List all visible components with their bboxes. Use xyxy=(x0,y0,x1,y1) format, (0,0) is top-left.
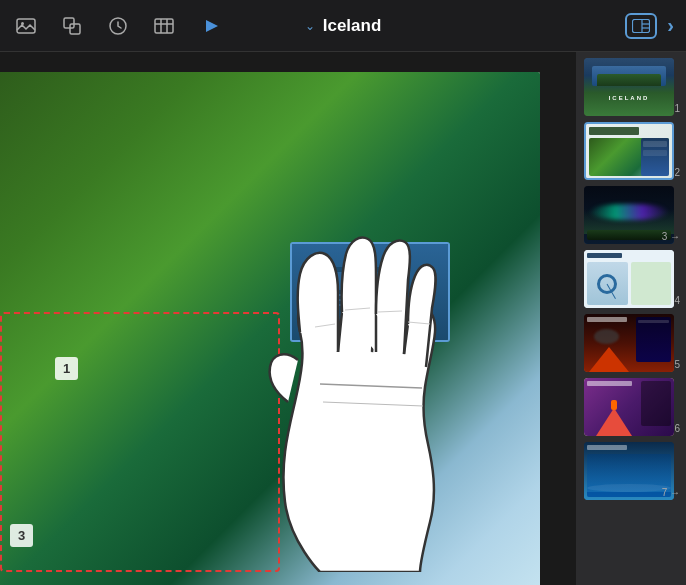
toolbar: ⌄ Iceland › xyxy=(0,0,686,52)
media-icon[interactable] xyxy=(12,12,40,40)
slide-number-3: 3 → xyxy=(662,231,680,242)
main-slide-canvas: 1 3 xyxy=(0,52,576,585)
slide-thumbnail-3[interactable]: 3 → xyxy=(584,186,678,244)
table-icon[interactable] xyxy=(150,12,178,40)
play-icon[interactable] xyxy=(196,12,224,40)
slide-number-5: 5 xyxy=(674,359,680,370)
slide-thumb-preview-4 xyxy=(584,250,674,308)
view-toggle-button[interactable] xyxy=(625,13,657,39)
toolbar-center: ⌄ Iceland xyxy=(305,16,382,36)
slide-thumb-preview-1: ICELAND xyxy=(584,58,674,116)
next-arrow-icon[interactable]: › xyxy=(667,14,674,37)
svg-rect-0 xyxy=(17,19,35,33)
dropdown-arrow-icon[interactable]: ⌄ xyxy=(305,19,315,33)
slide-thumbnail-panel: ICELAND 1 2 3 → xyxy=(576,52,686,585)
slide-canvas: 1 3 xyxy=(0,52,576,585)
svg-rect-9 xyxy=(633,19,650,32)
slide-thumbnail-5[interactable]: 5 xyxy=(584,314,678,372)
history-icon[interactable] xyxy=(104,12,132,40)
slide-thumbnail-2[interactable]: 2 xyxy=(584,122,678,180)
map-label-1: 1 xyxy=(55,357,78,380)
svg-rect-2 xyxy=(64,18,74,28)
slide-thumbnail-4[interactable]: 4 xyxy=(584,250,678,308)
slide-number-4: 4 xyxy=(674,295,680,306)
toolbar-right: › xyxy=(625,13,674,39)
slide-thumbnail-1[interactable]: ICELAND 1 xyxy=(584,58,678,116)
presentation-title: Iceland xyxy=(323,16,382,36)
slide-number-6: 6 xyxy=(674,423,680,434)
hand-gesture-overlay xyxy=(180,192,560,572)
slide-thumb-preview-7 xyxy=(584,442,674,500)
layers-icon[interactable] xyxy=(58,12,86,40)
svg-rect-5 xyxy=(155,19,173,33)
slide-number-1: 1 xyxy=(674,103,680,114)
map-label-3: 3 xyxy=(10,524,33,547)
slide-thumb-preview-5 xyxy=(584,314,674,372)
slide-thumb-preview-2 xyxy=(584,122,674,180)
slide-thumbnail-6[interactable]: 6 xyxy=(584,378,678,436)
slide-number-7: 7 → xyxy=(662,487,680,498)
slide-number-2: 2 xyxy=(674,167,680,178)
slide-thumb-preview-6 xyxy=(584,378,674,436)
slide-thumbnail-7[interactable]: 7 → xyxy=(584,442,678,500)
svg-rect-3 xyxy=(70,24,80,34)
slide-thumb-preview-3 xyxy=(584,186,674,244)
